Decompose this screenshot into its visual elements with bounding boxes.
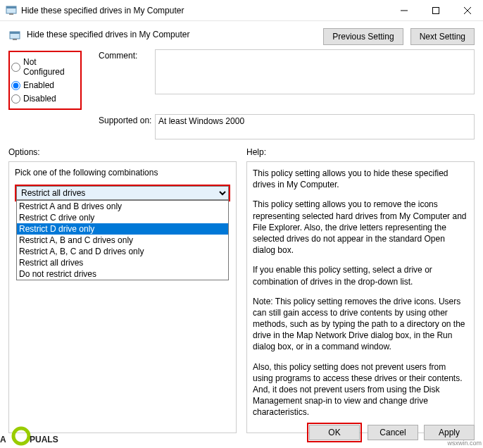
maximize-button[interactable] [420, 0, 451, 20]
state-radio-group: Not Configured Enabled Disabled [8, 51, 82, 110]
comment-field[interactable] [155, 49, 475, 94]
previous-setting-button[interactable]: Previous Setting [323, 28, 403, 45]
dropdown-option[interactable]: Restrict all drives [17, 257, 228, 268]
svg-rect-2 [9, 13, 13, 15]
svg-rect-9 [13, 39, 17, 40]
options-panel: Pick one of the following combinations R… [8, 161, 237, 433]
footer-buttons: OK Cancel Apply [307, 423, 475, 442]
dropdown-option[interactable]: Restrict A and B drives only [17, 201, 228, 212]
help-text: This policy setting allows you to remove… [253, 199, 468, 256]
help-panel: This policy setting allows you to hide t… [246, 161, 475, 433]
options-label: Options: [8, 147, 237, 157]
window-title: Hide these specified drives in My Comput… [21, 6, 388, 15]
ok-button[interactable]: OK [309, 425, 360, 440]
comment-label: Comment: [99, 49, 155, 110]
help-text: Also, this policy setting does not preve… [253, 361, 468, 418]
help-label: Help: [246, 147, 475, 157]
close-button[interactable] [451, 0, 483, 20]
next-setting-button[interactable]: Next Setting [410, 28, 475, 45]
svg-text:A: A [0, 435, 6, 444]
dropdown-option[interactable]: Restrict C drive only [17, 212, 228, 223]
supported-field: At least Windows 2000 [155, 114, 475, 139]
app-icon [6, 5, 17, 16]
radio-not-configured[interactable]: Not Configured [11, 57, 77, 77]
dropdown-option[interactable]: Restrict A, B, C and D drives only [17, 246, 228, 257]
radio-enabled[interactable]: Enabled [11, 80, 77, 90]
title-bar: Hide these specified drives in My Comput… [0, 0, 483, 21]
svg-rect-4 [432, 7, 439, 13]
radio-disabled[interactable]: Disabled [11, 94, 77, 104]
apply-button[interactable]: Apply [424, 425, 475, 440]
combination-select[interactable]: Restrict all drives [16, 186, 229, 200]
dropdown-option[interactable]: Restrict D drive only [17, 223, 228, 235]
options-prompt: Pick one of the following combinations [15, 168, 230, 178]
combination-dropdown-list: Restrict A and B drives only Restrict C … [16, 200, 229, 280]
svg-text:PUALS: PUALS [30, 435, 58, 444]
svg-rect-1 [6, 6, 16, 8]
svg-rect-8 [10, 32, 20, 34]
help-text: This policy setting allows you to hide t… [253, 168, 468, 190]
supported-label: Supported on: [99, 114, 155, 142]
cancel-button[interactable]: Cancel [368, 425, 418, 440]
help-text: Note: This policy setting removes the dr… [253, 296, 468, 353]
help-text: If you enable this policy setting, selec… [253, 264, 468, 287]
dropdown-option[interactable]: Restrict A, B and C drives only [17, 235, 228, 246]
header-title: Hide these specified drives in My Comput… [27, 28, 323, 39]
header: Hide these specified drives in My Comput… [0, 21, 483, 49]
dropdown-option[interactable]: Do not restrict drives [17, 268, 228, 280]
minimize-button[interactable] [388, 0, 420, 20]
policy-icon [8, 30, 21, 42]
